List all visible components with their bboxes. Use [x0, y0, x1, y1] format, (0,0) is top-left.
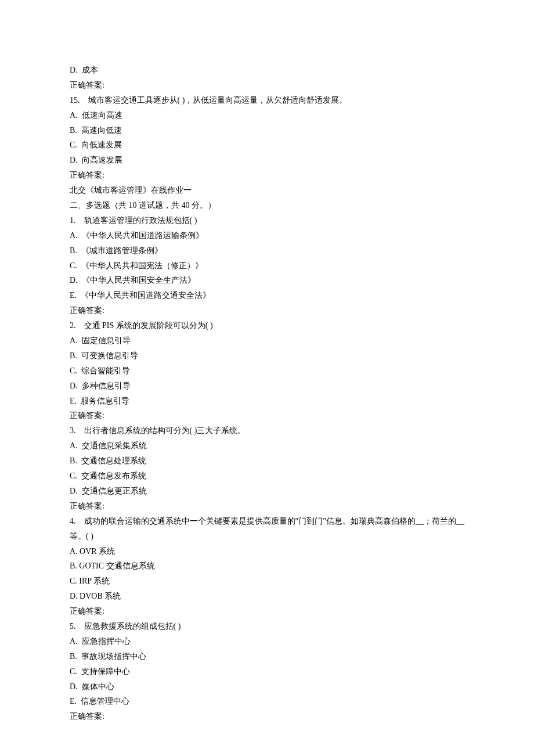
option-e: E. 《中华人民共和国道路交通安全法》: [70, 288, 464, 303]
question-15: 15. 城市客运交通工具逐步从( )，从低运量向高运量，从欠舒适向舒适发展。: [70, 93, 464, 108]
option-d: D. 向高速发展: [70, 153, 464, 168]
option-c: C. 支持保障中心: [70, 664, 464, 679]
option-d: D. DVOB 系统: [70, 589, 464, 604]
option-b: B. 可变换信息引导: [70, 348, 464, 363]
option-b: B. GOTIC 交通信息系统: [70, 559, 464, 574]
option-e: E. 信息管理中心: [70, 694, 464, 709]
answer-label: 正确答案:: [70, 168, 464, 183]
option-c: C. IRP 系统: [70, 574, 464, 589]
option-d: D. 交通信息更正系统: [70, 484, 464, 499]
option-c: C. 综合智能引导: [70, 363, 464, 379]
section-subtitle: 二、多选题（共 10 道试题，共 40 分。）: [70, 198, 464, 213]
section-title: 北交《城市客运管理》在线作业一: [70, 183, 464, 198]
question-4: 4. 成功的联合运输的交通系统中一个关键要素是提供高质量的"门到门"信息。如瑞典…: [70, 514, 464, 544]
option-c: C. 《中华人民共和国宪法（修正）》: [70, 258, 464, 273]
option-a: A. 交通信息采集系统: [70, 438, 464, 453]
question-1: 1. 轨道客运管理的行政法规包括( ): [70, 213, 464, 228]
option-d: D. 媒体中心: [70, 679, 464, 694]
option-c: C. 交通信息发布系统: [70, 469, 464, 484]
answer-label: 正确答案:: [70, 709, 464, 724]
answer-label: 正确答案:: [70, 303, 464, 318]
option-b: B. 事故现场指挥中心: [70, 649, 464, 664]
option-c: C. 向低速发展: [70, 138, 464, 153]
option-d: D. 多种信息引导: [70, 379, 464, 394]
option-b: B. 《城市道路管理条例》: [70, 243, 464, 258]
option-a: A. 《中华人民共和国道路运输条例》: [70, 228, 464, 243]
answer-label: 正确答案:: [70, 604, 464, 619]
option-b: B. 交通信息处理系统: [70, 453, 464, 469]
option-a: A. OVR 系统: [70, 544, 464, 559]
document-page: D. 成本 正确答案: 15. 城市客运交通工具逐步从( )，从低运量向高运量，…: [0, 0, 534, 756]
option-a: A. 固定信息引导: [70, 333, 464, 348]
option-b: B. 高速向低速: [70, 123, 464, 138]
option-a: A. 应急指挥中心: [70, 634, 464, 649]
question-2: 2. 交通 PIS 系统的发展阶段可以分为( ): [70, 318, 464, 333]
option-e: E. 服务信息引导: [70, 394, 464, 409]
option-d: D. 成本: [70, 63, 464, 78]
option-d: D. 《中华人民共和国安全生产法》: [70, 273, 464, 288]
answer-label: 正确答案:: [70, 78, 464, 93]
answer-label: 正确答案:: [70, 499, 464, 514]
question-5: 5. 应急救援系统的组成包括( ): [70, 619, 464, 634]
option-a: A. 低速向高速: [70, 108, 464, 123]
answer-label: 正确答案:: [70, 408, 464, 423]
question-3: 3. 出行者信息系统的结构可分为( )三大子系统。: [70, 423, 464, 438]
